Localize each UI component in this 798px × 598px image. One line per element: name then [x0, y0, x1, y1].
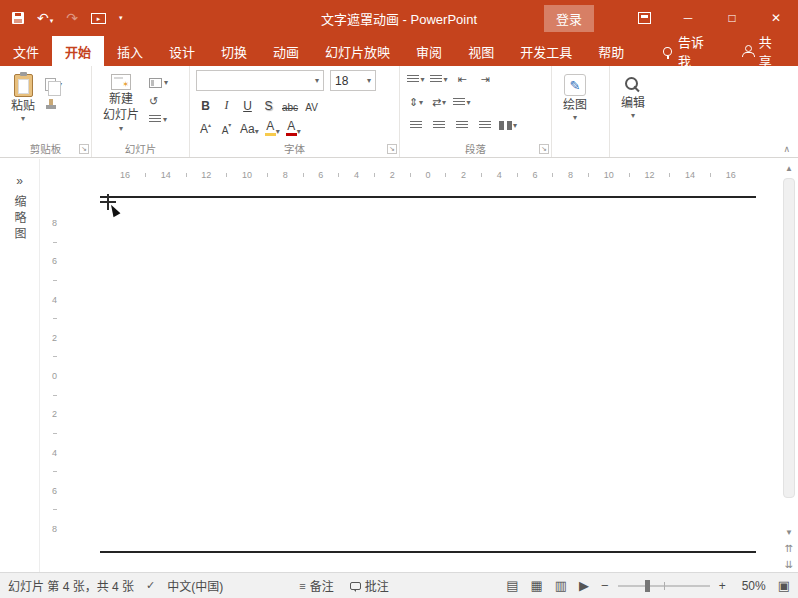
increase-font-size-button[interactable]: A ▴: [196, 118, 215, 137]
tab-1[interactable]: 开始: [52, 36, 104, 66]
paste-label: 粘贴: [11, 99, 35, 113]
grow-letter: A: [200, 122, 208, 136]
line-spacing-button[interactable]: ⇕ ▾: [406, 93, 426, 112]
scroll-up-button[interactable]: ▲: [781, 160, 797, 176]
horizontal-ruler-numbers: 1614121086420246810121416: [120, 166, 736, 183]
chevron-down-icon: ▾: [119, 14, 123, 21]
slide-show-button[interactable]: ▶: [579, 578, 589, 593]
bullets-button[interactable]: ▾: [406, 70, 426, 89]
reset-slide-button[interactable]: ↺: [149, 96, 168, 107]
chevron-down-icon: ▾: [573, 114, 577, 122]
font-color-button[interactable]: A ▾: [284, 118, 303, 137]
fit-to-window-button[interactable]: ▣: [778, 578, 790, 593]
expand-pane-icon[interactable]: »: [16, 175, 23, 187]
columns-button[interactable]: ▾: [498, 116, 518, 135]
new-slide-button[interactable]: ✶ 新建 幻灯片 ▾: [98, 70, 144, 135]
save-icon[interactable]: [12, 12, 24, 24]
justify-button[interactable]: [475, 116, 495, 135]
scrollbar-thumb[interactable]: [783, 178, 795, 498]
close-button[interactable]: ✕: [754, 0, 798, 36]
proofing-check-icon[interactable]: ✓: [146, 579, 155, 592]
decrease-indent-button[interactable]: ⇤: [452, 70, 472, 89]
minimize-button[interactable]: ─: [666, 0, 710, 36]
share-button[interactable]: 共享: [728, 36, 798, 66]
clipboard-dialog-launcher[interactable]: ↘: [79, 144, 89, 154]
change-case-button[interactable]: Aa ▾: [238, 118, 261, 137]
reading-view-button[interactable]: ▥: [555, 578, 567, 593]
tab-4[interactable]: 切换: [208, 36, 260, 66]
zoom-slider[interactable]: [618, 585, 710, 587]
increase-indent-button[interactable]: ⇥: [475, 70, 495, 89]
section-button[interactable]: ▾: [149, 115, 168, 124]
chevron-down-icon: ▾: [21, 115, 25, 123]
slide-layout-button[interactable]: ▾: [149, 78, 168, 88]
tab-6[interactable]: 幻灯片放映: [312, 36, 403, 66]
zoom-in-button[interactable]: +: [719, 579, 726, 593]
ruler-number: 2: [461, 170, 466, 180]
bold-button[interactable]: B: [196, 95, 215, 114]
font-color-letter: A: [287, 120, 295, 132]
slide-bottom-line-shape[interactable]: [100, 551, 756, 553]
character-spacing-button[interactable]: AV: [302, 95, 321, 114]
numbering-button[interactable]: ▾: [429, 70, 449, 89]
customize-qat-button[interactable]: ▾: [119, 14, 123, 22]
text-highlight-button[interactable]: A ▾: [263, 118, 282, 137]
previous-slide-button[interactable]: ⇈: [781, 540, 797, 556]
editing-button[interactable]: 编辑 ▾: [616, 70, 650, 122]
redo-button[interactable]: ↷: [66, 11, 78, 25]
text-shadow-button[interactable]: S: [259, 95, 278, 114]
language-indicator[interactable]: 中文(中国): [167, 577, 223, 594]
ribbon-display-options-button[interactable]: [622, 0, 666, 36]
scroll-down-button[interactable]: ▼: [781, 524, 797, 540]
tell-me-button[interactable]: 告诉我: [651, 36, 728, 66]
zoom-out-button[interactable]: −: [601, 578, 609, 593]
paragraph-dialog-launcher[interactable]: ↘: [539, 144, 549, 154]
slide-top-line-shape[interactable]: [100, 196, 756, 198]
tab-2[interactable]: 插入: [104, 36, 156, 66]
align-right-button[interactable]: [452, 116, 472, 135]
decrease-font-size-button[interactable]: A ▾: [217, 118, 236, 137]
tab-10[interactable]: 帮助: [585, 36, 637, 66]
normal-view-button[interactable]: ▤: [506, 578, 518, 593]
notes-button[interactable]: ≡ 备注: [299, 577, 333, 594]
tab-3[interactable]: 设计: [156, 36, 208, 66]
ruler-number: 4: [497, 170, 502, 180]
sign-in-button[interactable]: 登录: [544, 5, 594, 32]
slide-sorter-view-button[interactable]: ▦: [531, 578, 543, 593]
strikethrough-button[interactable]: abc: [280, 95, 300, 114]
font-name-combobox[interactable]: ▾: [196, 70, 324, 91]
text-direction-button[interactable]: ⇄ ▾: [429, 93, 449, 112]
scrollbar-track[interactable]: [781, 176, 797, 524]
zoom-level[interactable]: 50%: [732, 579, 766, 593]
tab-9[interactable]: 开发工具: [507, 36, 585, 66]
chevron-down-icon: ▾: [276, 128, 280, 136]
underline-button[interactable]: U: [238, 95, 257, 114]
paste-button[interactable]: 粘贴 ▾: [6, 70, 40, 125]
maximize-button[interactable]: □: [710, 0, 754, 36]
undo-button[interactable]: ↶ ▾: [37, 11, 53, 25]
align-text-button[interactable]: ▾: [452, 93, 472, 112]
copy-button[interactable]: ▾: [45, 78, 62, 91]
tab-5[interactable]: 动画: [260, 36, 312, 66]
align-center-button[interactable]: [429, 116, 449, 135]
ruler-number: 8: [283, 170, 288, 180]
format-painter-button[interactable]: [45, 99, 62, 111]
next-slide-button[interactable]: ⇊: [781, 556, 797, 572]
ruler-number: 6: [318, 170, 323, 180]
font-dialog-launcher[interactable]: ↘: [387, 144, 397, 154]
thumbnail-pane-collapsed[interactable]: » 缩略图: [0, 159, 40, 572]
draw-button[interactable]: ✎ 绘图 ▾: [558, 70, 592, 124]
collapse-ribbon-button[interactable]: ∧: [783, 144, 790, 154]
tab-7[interactable]: 审阅: [403, 36, 455, 66]
start-slideshow-button[interactable]: ▸: [91, 13, 106, 24]
italic-button[interactable]: I: [217, 95, 236, 114]
tab-0[interactable]: 文件: [0, 36, 52, 66]
zoom-slider-thumb[interactable]: [645, 580, 650, 592]
vertical-scrollbar[interactable]: ▲ ▼ ⇈ ⇊: [781, 160, 797, 572]
ruler-number: 16: [726, 170, 736, 180]
align-left-button[interactable]: [406, 116, 426, 135]
font-size-combobox[interactable]: 18 ▾: [330, 70, 376, 91]
comments-button[interactable]: 批注: [350, 577, 389, 594]
draw-label: 绘图: [563, 98, 587, 112]
tab-8[interactable]: 视图: [455, 36, 507, 66]
